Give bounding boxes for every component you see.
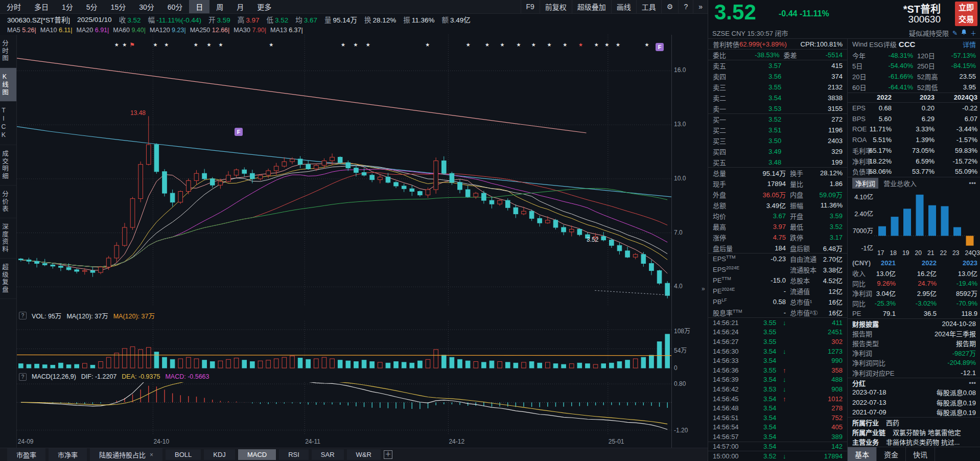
toolbar-button-工具[interactable]: 工具: [636, 0, 661, 13]
more-dots-icon[interactable]: •••: [969, 179, 976, 187]
indicator-tab-SAR[interactable]: SAR: [312, 449, 344, 460]
indicator-tab-KDJ[interactable]: KDJ: [204, 449, 235, 460]
star-event-icon[interactable]: ★: [644, 42, 649, 48]
tick-row[interactable]: 14:56:423.53↓908: [708, 384, 847, 394]
trade-now-button[interactable]: 立即交易: [955, 2, 977, 26]
ask-row[interactable]: 卖五3.57415: [708, 60, 847, 71]
bid-row[interactable]: 买五3.48199: [708, 157, 847, 168]
close-icon[interactable]: ×: [150, 451, 153, 458]
star-event-icon[interactable]: ★: [269, 42, 273, 48]
tick-row[interactable]: 14:56:213.55↓411: [708, 318, 847, 328]
timeframe-tab-1分[interactable]: 1分: [55, 0, 80, 13]
timeframe-tab-多日[interactable]: 多日: [28, 0, 55, 13]
panel-tab-快讯[interactable]: 快讯: [906, 447, 935, 461]
help-icon[interactable]: ?: [19, 373, 27, 381]
indicator-tab-MACD[interactable]: MACD: [238, 449, 276, 460]
indicator-tab-RSI[interactable]: RSI: [279, 449, 309, 460]
timeframe-tab-月[interactable]: 月: [230, 0, 250, 13]
flag-event-icon[interactable]: ⚑: [129, 41, 135, 49]
star-event-icon[interactable]: ★: [206, 42, 211, 48]
toolbar-button-前复权[interactable]: 前复权: [540, 0, 572, 13]
star-event-icon[interactable]: ★: [500, 42, 504, 48]
tick-row[interactable]: 14:56:393.54↓488: [708, 375, 847, 385]
bid-row[interactable]: 买四3.49329: [708, 146, 847, 157]
dividend-row[interactable]: 2023-07-18每股派息0.08: [848, 387, 980, 397]
more-dots-icon[interactable]: •••: [969, 379, 976, 387]
tab-revenue[interactable]: 营业总收入: [883, 178, 917, 188]
indicator-tab-BOLL[interactable]: BOLL: [166, 449, 201, 460]
add-watch-icon[interactable]: ＋: [970, 29, 976, 37]
volume-chart[interactable]: [17, 321, 671, 369]
star-event-icon[interactable]: ★: [122, 42, 127, 48]
sidebar-item-TICK[interactable]: TICK: [0, 102, 16, 145]
star-event-icon[interactable]: ★: [616, 42, 620, 48]
ask-row[interactable]: 卖三3.552132: [708, 82, 847, 93]
star-event-icon[interactable]: ★: [194, 42, 198, 48]
bid-row[interactable]: 买三3.502403: [708, 135, 847, 146]
dividend-row[interactable]: 2022-07-13每股派息0.19: [848, 398, 980, 407]
tick-row[interactable]: 14:57:003.54142: [708, 442, 847, 451]
timeframe-tab-日[interactable]: 日: [189, 0, 209, 13]
star-event-icon[interactable]: ★: [153, 42, 157, 48]
ask-row[interactable]: 卖一3.533155: [708, 103, 847, 114]
toolbar-button-超级叠加[interactable]: 超级叠加: [572, 0, 611, 13]
tick-row[interactable]: 14:56:273.55302: [708, 337, 847, 347]
star-event-icon[interactable]: ★: [531, 42, 536, 48]
toolbar-button-F9[interactable]: F9: [521, 0, 540, 13]
star-event-icon[interactable]: ★: [547, 42, 552, 48]
toolbar-button-画线[interactable]: 画线: [611, 0, 636, 13]
star-event-icon[interactable]: ★: [563, 42, 567, 48]
timeframe-tab-15分[interactable]: 15分: [104, 0, 133, 13]
timeframe-tab-5分[interactable]: 5分: [80, 0, 104, 13]
indicator-tab-市盈率[interactable]: 市盈率: [7, 448, 45, 461]
star-event-icon-red[interactable]: ★: [578, 42, 583, 48]
panel-tab-基本[interactable]: 基本: [848, 447, 877, 461]
help-icon[interactable]: ?: [19, 312, 27, 319]
collapse-handle-icon[interactable]: »: [702, 285, 705, 292]
bid-row[interactable]: 买一3.52272: [708, 114, 847, 125]
tick-row[interactable]: 14:56:363.55↑358: [708, 365, 847, 375]
timeframe-tab-周[interactable]: 周: [209, 0, 230, 13]
sidebar-item-成交明细[interactable]: 成交明细: [0, 145, 16, 186]
star-event-icon[interactable]: ★: [353, 42, 358, 48]
timeframe-tab-分时[interactable]: 分时: [0, 0, 28, 13]
f-badge-icon[interactable]: F: [656, 43, 664, 51]
f-badge-icon[interactable]: F: [235, 128, 243, 136]
add-indicator-button[interactable]: ＋: [384, 450, 392, 459]
star-event-icon[interactable]: ★: [219, 42, 223, 48]
tick-row[interactable]: 14:56:453.54↑1012: [708, 394, 847, 404]
sidebar-item-分价表[interactable]: 分价表: [0, 186, 16, 219]
star-event-icon[interactable]: ★: [466, 42, 471, 48]
dividend-row[interactable]: 2021-07-09每股派息0.19: [848, 407, 980, 417]
star-event-icon[interactable]: ★: [485, 42, 489, 48]
tick-row[interactable]: 14:56:513.54752: [708, 413, 847, 423]
star-event-icon[interactable]: ★: [516, 42, 521, 48]
star-event-icon[interactable]: ★: [425, 42, 430, 48]
ask-row[interactable]: 卖二3.543838: [708, 93, 847, 103]
tick-row[interactable]: 15:00:003.52↓17894: [708, 451, 847, 460]
indicator-tab-W&R[interactable]: W&R: [347, 449, 381, 460]
convertible-bond-row[interactable]: 普利转债 62.999(+3.89%)CPR:100.81%: [708, 39, 847, 50]
bid-row[interactable]: 买二3.511196: [708, 125, 847, 135]
star-event-icon[interactable]: ★: [366, 42, 370, 48]
tick-row[interactable]: 14:56:243.552451: [708, 328, 847, 337]
star-event-icon[interactable]: ★: [604, 42, 609, 48]
tick-row[interactable]: 14:56:483.54278: [708, 403, 847, 413]
tick-row[interactable]: 14:56:303.54↓1273: [708, 347, 847, 356]
star-event-icon[interactable]: ★: [341, 42, 345, 48]
timeframe-tab-30分[interactable]: 30分: [132, 0, 161, 13]
more-chevron-icon[interactable]: »: [693, 0, 708, 13]
alert-bell-icon[interactable]: [961, 29, 967, 37]
edit-icon[interactable]: ✎: [952, 30, 958, 37]
sidebar-item-深度资料[interactable]: 深度资料: [0, 218, 16, 259]
star-event-icon[interactable]: ★: [114, 42, 119, 48]
tab-net-profit[interactable]: 净利润: [852, 178, 878, 189]
kline-chart[interactable]: [17, 35, 671, 307]
timeframe-tab-更多[interactable]: 更多: [250, 0, 278, 13]
sidebar-item-K线图[interactable]: K线图: [0, 68, 16, 102]
star-event-icon[interactable]: ★: [594, 42, 599, 48]
sidebar-item-超级复盘[interactable]: 超级复盘: [0, 259, 16, 299]
ask-row[interactable]: 卖四3.56374: [708, 71, 847, 82]
settings-gear-icon[interactable]: ⚙: [661, 0, 679, 13]
sidebar-item-分时图[interactable]: 分时图: [0, 35, 16, 68]
